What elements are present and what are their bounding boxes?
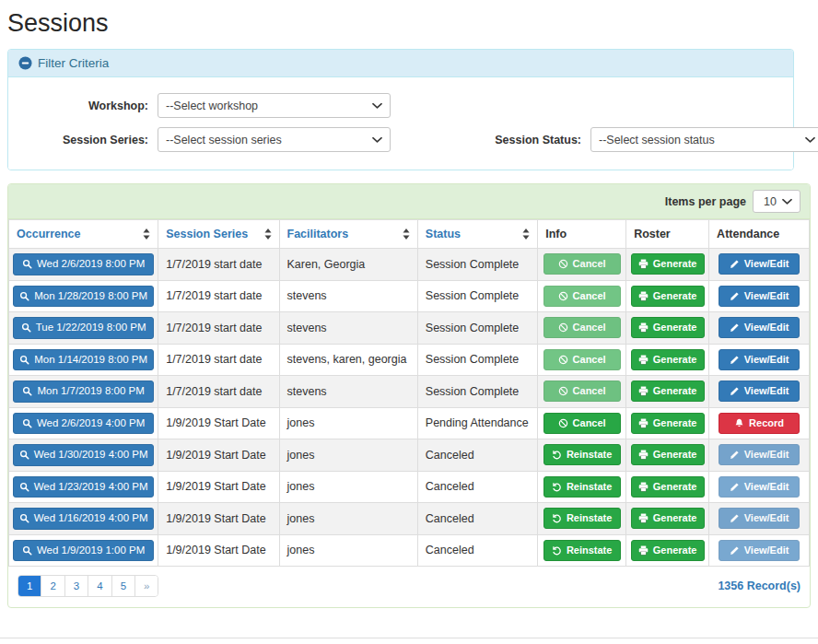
filter-panel: Filter Criteria Workshop: --Select works… (7, 49, 794, 170)
pencil-icon (730, 513, 740, 523)
sessions-tbody: Wed 2/6/2019 8:00 PM 1/7/2019 start date… (9, 249, 810, 567)
info-button[interactable]: Cancel (543, 317, 621, 338)
occurrence-button[interactable]: Wed 2/6/2019 8:00 PM (13, 253, 154, 275)
table-row: Wed 1/9/2019 1:00 PM 1/9/2019 Start Date… (9, 534, 810, 567)
session-series-label: Session Series: (19, 134, 158, 146)
info-button[interactable]: Cancel (543, 286, 621, 307)
status-cell: Session Complete (417, 312, 537, 345)
info-button[interactable]: Reinstate (543, 476, 621, 498)
undo-icon (552, 513, 562, 523)
roster-button[interactable]: Generate (631, 508, 705, 529)
info-button[interactable]: Cancel (543, 349, 621, 370)
roster-button[interactable]: Generate (631, 540, 705, 561)
column-header-roster: Roster (626, 220, 709, 249)
attendance-button[interactable]: View/Edit (719, 476, 800, 498)
table-row: Mon 1/7/2019 8:00 PM 1/7/2019 start date… (9, 376, 810, 408)
attendance-button[interactable]: Record (719, 413, 800, 434)
info-button-label: Cancel (573, 355, 606, 365)
info-button-label: Cancel (573, 259, 606, 269)
facilitators-cell: stevens (279, 312, 417, 345)
roster-button[interactable]: Generate (631, 317, 705, 338)
roster-button[interactable]: Generate (631, 253, 705, 275)
attendance-button-label: View/Edit (744, 482, 789, 492)
attendance-button[interactable]: View/Edit (719, 508, 800, 529)
occurrence-button[interactable]: Tue 1/22/2019 8:00 PM (13, 317, 154, 339)
attendance-button-label: View/Edit (744, 355, 789, 365)
occurrence-label: Wed 2/6/2019 8:00 PM (37, 259, 145, 270)
attendance-button[interactable]: View/Edit (719, 540, 800, 561)
info-button[interactable]: Reinstate (543, 540, 621, 561)
status-cell: Canceled (417, 439, 537, 472)
occurrence-button[interactable]: Mon 1/14/2019 8:00 PM (13, 349, 154, 371)
occurrence-label: Wed 1/16/2019 4:00 PM (34, 513, 148, 524)
occurrence-button[interactable]: Wed 2/6/2019 4:00 PM (13, 413, 154, 435)
search-icon (19, 355, 29, 365)
session-series-select[interactable]: --Select session series (158, 127, 391, 152)
column-header-occurrence[interactable]: Occurrence (9, 220, 158, 249)
info-button[interactable]: Reinstate (543, 508, 621, 529)
page-link[interactable]: 4 (88, 576, 111, 596)
occurrence-button[interactable]: Mon 1/7/2019 8:00 PM (13, 381, 154, 403)
occurrence-button[interactable]: Mon 1/28/2019 8:00 PM (13, 286, 154, 308)
roster-button[interactable]: Generate (631, 286, 705, 307)
attendance-button[interactable]: View/Edit (719, 317, 800, 338)
info-button[interactable]: Cancel (543, 413, 621, 434)
roster-button[interactable]: Generate (631, 381, 705, 402)
ban-icon (558, 386, 568, 396)
page-next-link[interactable]: » (135, 576, 158, 596)
session-series-cell: 1/7/2019 start date (158, 312, 279, 345)
printer-icon (638, 386, 649, 396)
page-link[interactable]: 3 (65, 576, 88, 596)
pencil-icon (730, 482, 740, 492)
attendance-button[interactable]: View/Edit (719, 253, 800, 275)
search-icon (22, 545, 32, 556)
info-button[interactable]: Cancel (543, 381, 621, 402)
session-status-select[interactable]: --Select session status (590, 127, 818, 152)
ban-icon (558, 418, 568, 428)
info-button-label: Reinstate (567, 545, 613, 556)
info-button-label: Reinstate (567, 450, 613, 460)
page-link[interactable]: 5 (112, 576, 134, 596)
roster-button[interactable]: Generate (631, 413, 705, 434)
search-icon (21, 322, 31, 333)
session-series-cell: 1/9/2019 Start Date (158, 439, 279, 472)
pagination: 1 2 3 4 5 » (18, 575, 158, 597)
pencil-icon (730, 259, 740, 269)
printer-icon (638, 545, 649, 556)
session-series-cell: 1/9/2019 Start Date (158, 503, 279, 535)
occurrence-button[interactable]: Wed 1/23/2019 4:00 PM (13, 476, 154, 498)
occurrence-button[interactable]: Wed 1/16/2019 4:00 PM (13, 508, 154, 530)
occurrence-label: Mon 1/28/2019 8:00 PM (34, 291, 147, 302)
attendance-button[interactable]: View/Edit (719, 381, 800, 402)
status-cell: Canceled (417, 534, 537, 567)
occurrence-button[interactable]: Wed 1/9/2019 1:00 PM (13, 540, 154, 562)
ban-icon (558, 322, 568, 333)
info-button[interactable]: Cancel (543, 253, 621, 275)
ban-icon (558, 355, 568, 365)
attendance-button[interactable]: View/Edit (719, 444, 800, 465)
column-header-facilitators[interactable]: Facilitators (279, 220, 417, 249)
roster-button[interactable]: Generate (631, 349, 705, 370)
attendance-button[interactable]: View/Edit (719, 286, 800, 307)
column-header-status[interactable]: Status (417, 220, 537, 249)
session-series-cell: 1/9/2019 Start Date (158, 407, 279, 439)
filter-panel-header[interactable]: Filter Criteria (8, 50, 793, 77)
session-series-cell: 1/9/2019 Start Date (158, 534, 279, 567)
status-cell: Canceled (417, 503, 537, 535)
items-per-page-select[interactable]: 10 (753, 190, 800, 213)
roster-button[interactable]: Generate (631, 476, 705, 498)
column-header-session-series[interactable]: Session Series (158, 220, 279, 249)
roster-button[interactable]: Generate (631, 444, 705, 465)
session-series-cell: 1/7/2019 start date (158, 280, 279, 312)
status-cell: Pending Attendance (417, 407, 537, 439)
page-link[interactable]: 1 (18, 576, 41, 596)
facilitators-cell: jones (279, 439, 417, 472)
attendance-button[interactable]: View/Edit (719, 349, 800, 370)
occurrence-button[interactable]: Wed 1/30/2019 4:00 PM (13, 444, 154, 466)
attendance-button-label: View/Edit (744, 513, 789, 523)
info-button[interactable]: Reinstate (543, 444, 621, 465)
undo-icon (552, 450, 562, 460)
page-link[interactable]: 2 (41, 576, 64, 596)
workshop-select[interactable]: --Select workshop (158, 93, 391, 118)
roster-button-label: Generate (653, 545, 697, 556)
